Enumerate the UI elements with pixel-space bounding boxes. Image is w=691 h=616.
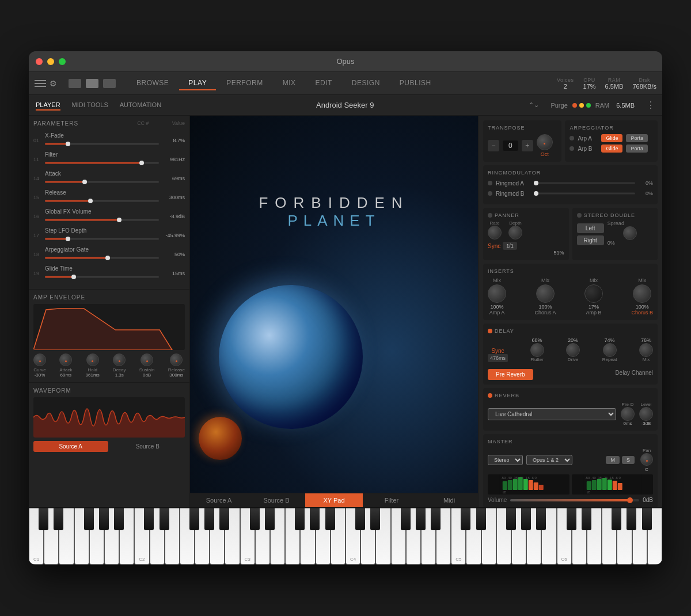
tab-publish[interactable]: PUBLISH xyxy=(390,77,441,90)
source-tab-b[interactable]: Source B xyxy=(111,441,185,452)
white-key-B6[interactable] xyxy=(647,508,662,565)
oct-knob-control[interactable] xyxy=(537,134,553,150)
knob-release-control[interactable] xyxy=(170,353,183,366)
white-key-F4[interactable] xyxy=(391,508,406,565)
white-key-E2[interactable] xyxy=(165,508,180,565)
white-key-F2[interactable] xyxy=(180,508,195,565)
white-key-C6[interactable]: C6 xyxy=(557,508,572,565)
reverb-preset-select[interactable]: Live Cathedral xyxy=(488,408,616,420)
xy-tab-filter[interactable]: Filter xyxy=(363,493,420,507)
insert-chorus-b-knob[interactable] xyxy=(633,284,651,303)
white-key-F6[interactable] xyxy=(602,508,617,565)
white-key-E4[interactable] xyxy=(375,508,390,565)
stereo-spread-knob[interactable] xyxy=(623,226,637,240)
xy-tab-xypad[interactable]: XY Pad xyxy=(305,493,363,507)
white-key-D4[interactable] xyxy=(360,508,375,565)
sub-tab-automation[interactable]: AUTOMATION xyxy=(120,100,161,111)
insert-chorus-a-knob[interactable] xyxy=(536,284,555,303)
delay-drive-knob[interactable] xyxy=(566,343,580,357)
white-key-F3[interactable] xyxy=(285,508,300,565)
white-key-D1[interactable] xyxy=(44,508,59,565)
tab-edit[interactable]: EDIT xyxy=(306,77,341,90)
arp-a-porta-button[interactable]: Porta xyxy=(626,134,648,142)
reverb-pred-knob[interactable] xyxy=(621,407,635,421)
knob-hold-control[interactable] xyxy=(86,353,99,366)
ringmod-a-slider[interactable] xyxy=(534,179,635,187)
reverb-level-knob[interactable] xyxy=(639,407,653,421)
master-output-select[interactable]: Opus 1 & 2 xyxy=(526,455,572,465)
close-button[interactable] xyxy=(36,58,43,65)
knob-decay-control[interactable] xyxy=(113,353,126,366)
stereo-left-button[interactable]: Left xyxy=(577,223,604,233)
param-slider-xfade[interactable] xyxy=(45,140,159,148)
maximize-button[interactable] xyxy=(59,58,66,65)
white-key-C3[interactable]: C3 xyxy=(240,508,255,565)
delay-mix-knob[interactable] xyxy=(639,343,653,357)
xy-tab-sourcea[interactable]: Source A xyxy=(190,493,248,507)
delay-rate-display[interactable]: 476ms xyxy=(488,354,508,362)
white-key-G4[interactable] xyxy=(406,508,421,565)
arp-a-glide-button[interactable]: Glide xyxy=(601,134,622,142)
white-key-E6[interactable] xyxy=(587,508,602,565)
white-key-D2[interactable] xyxy=(150,508,165,565)
param-slider-arpgate[interactable] xyxy=(45,254,159,262)
xy-tab-sourceb[interactable]: Source B xyxy=(248,493,305,507)
tab-browse[interactable]: BROWSE xyxy=(127,77,178,90)
arp-b-porta-button[interactable]: Porta xyxy=(626,145,648,153)
white-key-G2[interactable] xyxy=(195,508,210,565)
white-key-D6[interactable] xyxy=(572,508,587,565)
white-key-B1[interactable] xyxy=(119,508,134,565)
master-pan-knob[interactable] xyxy=(640,453,653,466)
white-key-A5[interactable] xyxy=(526,508,541,565)
white-key-A2[interactable] xyxy=(210,508,225,565)
arp-b-glide-button[interactable]: Glide xyxy=(601,145,622,153)
knob-sustain-control[interactable] xyxy=(141,353,153,366)
sub-tab-midi[interactable]: MIDI TOOLS xyxy=(72,100,108,111)
tab-perform[interactable]: PERFORM xyxy=(217,77,272,90)
stereo-right-button[interactable]: Right xyxy=(577,235,604,245)
pre-reverb-button[interactable]: Pre Reverb xyxy=(488,369,533,380)
insert-amp-a-knob[interactable] xyxy=(488,284,506,303)
white-key-B2[interactable] xyxy=(225,508,240,565)
white-key-C4[interactable]: C4 xyxy=(346,508,360,565)
master-channel-select[interactable]: Stereo xyxy=(488,455,523,465)
white-key-F5[interactable] xyxy=(496,508,511,565)
white-key-D5[interactable] xyxy=(466,508,481,565)
white-key-C1[interactable]: C1 xyxy=(29,508,44,565)
white-key-F1[interactable] xyxy=(74,508,89,565)
white-key-A3[interactable] xyxy=(316,508,331,565)
panner-rate-select[interactable]: 1/1 xyxy=(503,242,517,250)
transpose-plus-button[interactable]: + xyxy=(522,140,533,151)
hamburger-icon[interactable] xyxy=(35,79,46,88)
white-key-B3[interactable] xyxy=(331,508,346,565)
white-key-A6[interactable] xyxy=(632,508,647,565)
minimize-button[interactable] xyxy=(47,58,54,65)
tab-play[interactable]: PLAY xyxy=(179,77,216,90)
more-button[interactable]: ⋮ xyxy=(646,100,655,111)
panel-icon-1[interactable] xyxy=(69,79,81,88)
xy-tab-midi[interactable]: Midi xyxy=(420,493,478,507)
white-key-G5[interactable] xyxy=(511,508,526,565)
master-solo-button[interactable]: S xyxy=(622,456,635,464)
white-key-E3[interactable] xyxy=(270,508,285,565)
white-key-G6[interactable] xyxy=(617,508,632,565)
white-key-A1[interactable] xyxy=(104,508,119,565)
source-tab-a[interactable]: Source A xyxy=(33,441,108,452)
master-mute-button[interactable]: M xyxy=(606,456,620,464)
sub-tab-player[interactable]: PLAYER xyxy=(36,100,60,111)
up-down-icon[interactable]: ⌃⌄ xyxy=(529,101,539,109)
panel-icon-2[interactable] xyxy=(86,79,98,88)
param-slider-gfxvol[interactable] xyxy=(45,216,159,224)
ringmod-b-slider[interactable] xyxy=(534,189,635,197)
white-key-C5[interactable]: C5 xyxy=(451,508,466,565)
tab-mix[interactable]: MIX xyxy=(274,77,305,90)
panner-rate-knob[interactable] xyxy=(488,226,502,239)
gear-icon[interactable]: ⚙ xyxy=(50,79,57,88)
white-key-B5[interactable] xyxy=(541,508,556,565)
delay-repeat-knob[interactable] xyxy=(603,343,617,357)
param-slider-filter[interactable] xyxy=(45,159,159,167)
white-key-E5[interactable] xyxy=(481,508,496,565)
insert-amp-b-knob[interactable] xyxy=(584,284,603,303)
param-slider-attack[interactable] xyxy=(45,178,159,186)
white-key-G3[interactable] xyxy=(300,508,315,565)
